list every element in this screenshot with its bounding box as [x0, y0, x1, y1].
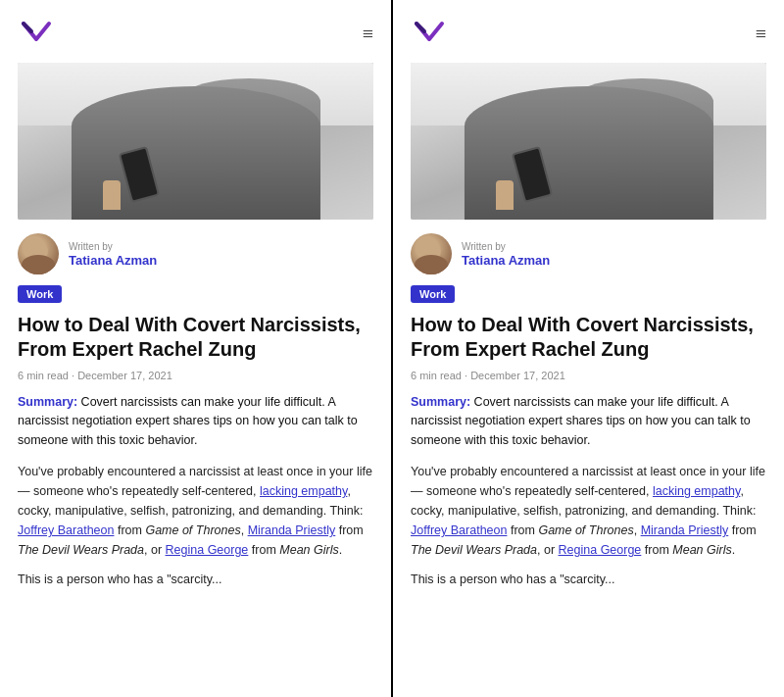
article-summary-left: Summary: Covert narcissists can make you…: [18, 393, 373, 450]
panel-left: ≡ Written by Tatiana Azman Work H: [0, 0, 391, 697]
article-body-right: You've probably encountered a narcissist…: [411, 462, 766, 560]
panel-right: ≡ Written by Tatiana Azman Work H: [391, 0, 784, 697]
author-name-right[interactable]: Tatiana Azman: [462, 253, 550, 268]
written-by-right: Written by: [462, 240, 550, 253]
author-row-right: Written by Tatiana Azman: [411, 233, 766, 274]
logo-left[interactable]: [18, 18, 55, 49]
link-regina-left[interactable]: Regina George: [166, 543, 249, 557]
author-row-left: Written by Tatiana Azman: [18, 233, 373, 274]
author-text-left: Written by Tatiana Azman: [69, 240, 157, 268]
article-title-left: How to Deal With Covert Narcissists, Fro…: [18, 313, 373, 362]
article-image-right: [411, 63, 766, 220]
header-left: ≡: [18, 18, 373, 49]
author-text-right: Written by Tatiana Azman: [462, 240, 550, 268]
link-lacking-empathy-left[interactable]: lacking empathy: [260, 484, 347, 498]
article-body-left: You've probably encountered a narcissist…: [18, 462, 373, 560]
link-regina-right[interactable]: Regina George: [559, 543, 642, 557]
article-meta-left: 6 min read · December 17, 2021: [18, 370, 373, 381]
link-miranda-left[interactable]: Miranda Priestly: [248, 523, 336, 537]
avatar-left: [18, 233, 59, 274]
article-body2-left: This is a person who has a "scarcity...: [18, 570, 373, 589]
hamburger-menu-right[interactable]: ≡: [756, 24, 766, 43]
hamburger-menu-left[interactable]: ≡: [363, 24, 373, 43]
tag-work-right[interactable]: Work: [411, 285, 455, 303]
summary-label-left: Summary:: [18, 395, 77, 409]
link-lacking-empathy-right[interactable]: lacking empathy: [653, 484, 740, 498]
summary-label-right: Summary:: [411, 395, 470, 409]
article-body2-right: This is a person who has a "scarcity...: [411, 570, 766, 589]
link-joffrey-left[interactable]: Joffrey Baratheon: [18, 523, 114, 537]
article-title-right: How to Deal With Covert Narcissists, Fro…: [411, 313, 766, 362]
link-miranda-right[interactable]: Miranda Priestly: [641, 523, 729, 537]
article-meta-right: 6 min read · December 17, 2021: [411, 370, 766, 381]
avatar-right: [411, 233, 452, 274]
article-image-left: [18, 63, 373, 220]
author-name-left[interactable]: Tatiana Azman: [69, 253, 157, 268]
written-by-left: Written by: [69, 240, 157, 253]
panels-wrapper: ≡ Written by Tatiana Azman Work H: [0, 0, 784, 697]
article-summary-right: Summary: Covert narcissists can make you…: [411, 393, 766, 450]
link-joffrey-right[interactable]: Joffrey Baratheon: [411, 523, 507, 537]
header-right: ≡: [411, 18, 766, 49]
tag-work-left[interactable]: Work: [18, 285, 62, 303]
logo-right[interactable]: [411, 18, 448, 49]
